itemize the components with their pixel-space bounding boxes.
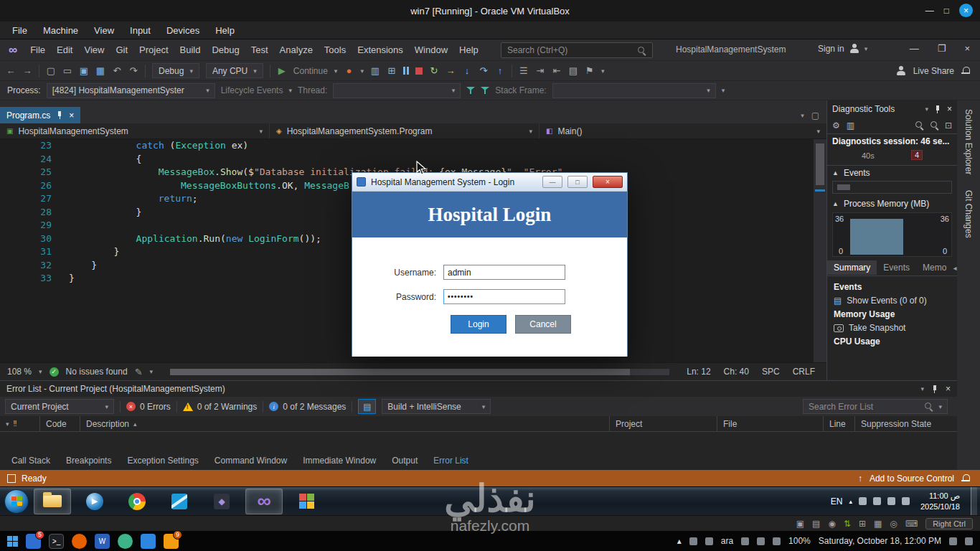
close-icon[interactable]: × (946, 384, 951, 394)
taskbar-visual-studio-button[interactable]: ∞ (245, 489, 283, 514)
take-snapshot-link[interactable]: Take Snapshot (834, 323, 951, 333)
host-firefox-icon[interactable] (72, 534, 87, 549)
undo-icon[interactable]: ↶ (112, 65, 122, 76)
tab-call-stack[interactable]: Call Stack (6, 453, 56, 468)
menu-view[interactable]: View (86, 25, 122, 36)
warnings-filter-button[interactable]: 0 of 2 Warnings (183, 402, 258, 412)
project-dropdown[interactable]: ▣ HospitalManagementSystem ▾ (0, 123, 270, 138)
usb-status-icon[interactable]: ⊞ (859, 519, 866, 529)
column-project[interactable]: Project (610, 416, 717, 431)
show-hidden-icons-chevron[interactable]: ▴ (849, 498, 852, 505)
platform-dropdown[interactable]: Any CPU ▾ (206, 63, 263, 78)
taskbar-media-player-button[interactable]: ▶ (76, 489, 113, 514)
column-description[interactable]: Description▴ (80, 416, 610, 431)
save-all-icon[interactable]: ▦ (95, 65, 105, 76)
error-list-search-input[interactable]: Search Error List ▾ (803, 399, 948, 414)
menu-help[interactable]: Help (207, 25, 242, 36)
tray-icon[interactable] (741, 537, 749, 545)
column-file[interactable]: File (717, 416, 824, 431)
pin-icon[interactable] (934, 105, 941, 114)
host-messenger-icon[interactable] (118, 534, 133, 549)
tab-output[interactable]: Output (386, 453, 423, 468)
tab-error-list[interactable]: Error List (428, 453, 474, 468)
display-status-icon[interactable]: ▣ (796, 519, 804, 529)
battery-percentage[interactable]: 100% (788, 536, 811, 546)
scrollbar-thumb[interactable] (170, 369, 629, 375)
tab-program-cs[interactable]: Program.cs × (0, 107, 80, 123)
dialog-titlebar[interactable]: Hospital Management System - Login — □ × (352, 173, 627, 192)
redo-icon[interactable]: ↷ (128, 65, 138, 76)
host-terminal-icon[interactable]: >_ (49, 534, 64, 549)
thread-dropdown[interactable]: ▾ (333, 83, 461, 98)
hard-disk-status-icon[interactable]: ▤ (812, 519, 820, 529)
column-severity[interactable]: ▾‼ (0, 416, 40, 431)
navigate-back-icon[interactable]: ← (6, 65, 16, 76)
tab-events[interactable]: Events (877, 260, 916, 275)
bookmark-icon[interactable]: ⚑ (585, 65, 595, 76)
editor-horizontal-scrollbar[interactable] (170, 369, 669, 375)
tray-icon[interactable] (887, 497, 895, 505)
host-start-button[interactable] (7, 536, 18, 547)
shared-folders-status-icon[interactable]: ▦ (874, 519, 882, 529)
vs-menu-file[interactable]: File (24, 44, 51, 55)
track-changes-icon[interactable]: ✎ (135, 367, 143, 377)
open-file-icon[interactable]: ▭ (62, 65, 72, 76)
tray-icon[interactable] (757, 537, 765, 545)
column-indicator[interactable]: Ch: 40 (724, 367, 749, 377)
tab-list-chevron-icon[interactable]: ▾ (801, 112, 804, 119)
show-events-link[interactable]: ▤ Show Events (0 of 0) (834, 296, 951, 306)
pin-icon[interactable] (931, 385, 938, 394)
taskbar-installer-button[interactable] (288, 489, 325, 514)
tray-icon[interactable] (773, 537, 781, 545)
vs-search-input[interactable]: Search (Ctrl+Q) (501, 42, 653, 58)
reset-view-icon[interactable]: ⊡ (945, 121, 952, 131)
zoom-in-icon[interactable] (915, 121, 924, 130)
column-line[interactable]: Line (824, 416, 855, 431)
host-app-icon[interactable]: W (95, 534, 110, 549)
error-list-grid[interactable] (0, 432, 957, 451)
health-check-icon[interactable]: ✓ (50, 367, 59, 377)
vs-menu-analyze[interactable]: Analyze (274, 44, 319, 55)
menu-machine[interactable]: Machine (35, 25, 86, 36)
vs-menu-project[interactable]: Project (133, 44, 174, 55)
tab-git-changes[interactable]: Git Changes (963, 190, 974, 238)
step-over-icon[interactable]: ↷ (479, 65, 489, 76)
new-file-icon[interactable]: ▢ (46, 65, 56, 76)
save-icon[interactable]: ▣ (79, 65, 89, 76)
sign-in-button[interactable]: Sign in ▾ (818, 44, 867, 54)
restart-icon[interactable]: ↻ (429, 65, 439, 76)
vs-minimize-button[interactable]: — (910, 43, 919, 54)
toolbar-overflow-icon[interactable]: ▾ (722, 87, 725, 94)
window-position-icon[interactable]: ▾ (920, 385, 924, 392)
select-tools-icon[interactable]: ▥ (847, 121, 854, 131)
host-music-app-icon[interactable]: 9 (164, 534, 179, 549)
vs-menu-debug[interactable]: Debug (206, 44, 245, 55)
live-share-button[interactable]: Live Share (913, 66, 954, 76)
host-clock[interactable]: Saturday, October 18, 12:00 PM (819, 536, 941, 546)
tab-close-icon[interactable]: × (69, 110, 74, 121)
menu-input[interactable]: Input (122, 25, 159, 36)
vs-menu-edit[interactable]: Edit (51, 44, 78, 55)
login-button[interactable]: Login (451, 315, 507, 334)
close-icon[interactable]: × (947, 104, 952, 114)
step-into-icon[interactable]: ↓ (462, 65, 472, 76)
outdent-icon[interactable]: ⇤ (552, 65, 562, 76)
host-language-indicator[interactable]: ara (721, 536, 733, 546)
zoom-out-icon[interactable] (930, 121, 939, 130)
stack-frame-dropdown[interactable]: ▾ (552, 83, 716, 98)
menu-file[interactable]: File (4, 25, 35, 36)
events-section-header[interactable]: ▲ Events (827, 166, 957, 180)
background-tasks-icon[interactable] (7, 474, 16, 483)
indent-indicator[interactable]: SPC (762, 367, 780, 377)
language-indicator[interactable]: EN (831, 496, 843, 507)
tab-breakpoints[interactable]: Breakpoints (60, 453, 117, 468)
tray-icon[interactable] (705, 537, 713, 545)
clock[interactable]: 11:00 ص 2025/10/18 (916, 491, 964, 512)
line-indicator[interactable]: Ln: 12 (687, 367, 710, 377)
host-mail-app-icon[interactable]: 5 (26, 534, 41, 549)
tray-icon[interactable] (902, 497, 910, 505)
column-suppression-state[interactable]: Suppression State (855, 416, 957, 431)
cancel-button[interactable]: Cancel (515, 315, 571, 334)
errors-filter-button[interactable]: × 0 Errors (126, 402, 171, 412)
diagnostic-icon[interactable]: ⊞ (387, 65, 397, 76)
